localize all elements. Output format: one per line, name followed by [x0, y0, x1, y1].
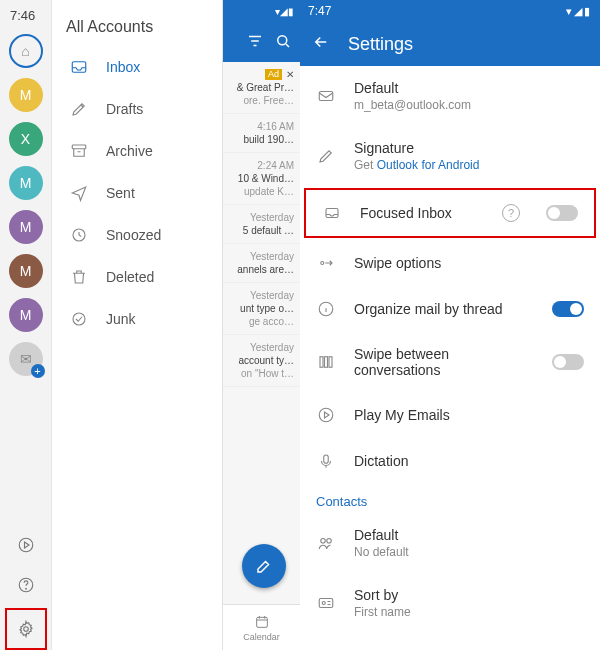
help-icon[interactable]: ?	[502, 204, 520, 222]
link[interactable]: Outlook for Android	[377, 158, 480, 172]
avatar-acct-green[interactable]: X	[9, 122, 43, 156]
setting-mic[interactable]: Dictation	[300, 438, 600, 484]
right-screenshot: 7:47 ▾◢▮ Settings Defaultm_beta@outlook.…	[300, 0, 600, 650]
page-title: Settings	[348, 34, 413, 55]
avatar-acct-yellow[interactable]: M	[9, 78, 43, 112]
setting-mail[interactable]: Defaultm_beta@outlook.com	[300, 66, 600, 126]
setting-pen[interactable]: SignatureGet Outlook for Android	[300, 126, 600, 186]
avatar-acct-purple[interactable]: M	[9, 210, 43, 244]
account-rail: 7:46 ⌂MXMMMM✉	[0, 0, 52, 650]
setting-title: Focused Inbox	[360, 205, 484, 221]
mail-peek-row[interactable]: 4:16 AMbuild 190…	[223, 114, 300, 153]
back-icon[interactable]	[312, 33, 330, 55]
nav-label: Junk	[106, 311, 136, 327]
svg-point-20	[321, 539, 326, 544]
mail-peek-row[interactable]: Yesterdayunt type o…ge acco…	[223, 283, 300, 335]
toggle[interactable]	[552, 354, 584, 370]
svg-rect-19	[324, 455, 329, 463]
focused-icon	[322, 204, 342, 222]
svg-point-9	[278, 36, 287, 45]
mail-peek-row[interactable]: 2:24 AM10 & Wind…update K…	[223, 153, 300, 205]
status-time: 7:46	[10, 8, 35, 23]
setting-title: Play My Emails	[354, 407, 584, 423]
deleted-icon	[66, 268, 92, 286]
setting-title: Default	[354, 527, 584, 543]
card-icon	[316, 594, 336, 612]
inbox-icon	[66, 58, 92, 76]
setting-focused[interactable]: Focused Inbox?	[306, 190, 594, 236]
mail-peek-row[interactable]: Yesterday5 default …	[223, 205, 300, 244]
ad-close-icon[interactable]: ✕	[286, 68, 294, 81]
pen-icon	[316, 147, 336, 165]
nav-label: Archive	[106, 143, 153, 159]
avatar-acct-brown[interactable]: M	[9, 254, 43, 288]
mail-peek-row[interactable]: Yesterdayaccount ty…on "How t…	[223, 335, 300, 387]
avatar-acct-teal[interactable]: M	[9, 166, 43, 200]
avatar-acct-purple2[interactable]: M	[9, 298, 43, 332]
compose-fab[interactable]	[242, 544, 286, 588]
nav-label: Inbox	[106, 59, 140, 75]
status-bar: 7:47 ▾◢▮	[300, 0, 600, 22]
svg-rect-11	[319, 92, 333, 101]
svg-point-2	[25, 588, 26, 589]
people-icon	[316, 534, 336, 552]
setting-title: Sort by	[354, 587, 584, 603]
mail-peek-row[interactable]: Yesterdayannels are…	[223, 244, 300, 283]
status-time: 7:47	[308, 4, 331, 18]
svg-rect-16	[325, 357, 328, 368]
toggle[interactable]	[546, 205, 578, 221]
avatar-home[interactable]: ⌂	[9, 34, 43, 68]
bottom-nav: Calendar	[223, 604, 300, 650]
setting-swipe[interactable]: Swipe options	[300, 240, 600, 286]
setting-card[interactable]: Sort byFirst name	[300, 573, 600, 633]
svg-rect-22	[319, 599, 333, 608]
svg-rect-15	[320, 357, 323, 368]
nav-label: Drafts	[106, 101, 143, 117]
play-icon[interactable]	[9, 528, 43, 562]
setting-people[interactable]: DefaultNo default	[300, 513, 600, 573]
junk-icon	[66, 310, 92, 328]
avatar-acct-add[interactable]: ✉	[9, 342, 43, 376]
focused-inbox-highlight: Focused Inbox?	[304, 188, 596, 238]
settings-highlight	[5, 608, 47, 650]
svg-rect-17	[329, 357, 332, 368]
snoozed-icon	[66, 226, 92, 244]
toggle[interactable]	[552, 301, 584, 317]
columns-icon	[316, 353, 336, 371]
nav-label: Snoozed	[106, 227, 161, 243]
setting-title: Dictation	[354, 453, 584, 469]
calendar-tab[interactable]: Calendar	[243, 614, 280, 642]
setting-info[interactable]: Organize mail by thread	[300, 286, 600, 332]
setting-title: Signature	[354, 140, 584, 156]
svg-rect-6	[72, 145, 86, 149]
setting-play[interactable]: Play My Emails	[300, 392, 600, 438]
mail-icon	[316, 87, 336, 105]
mic-icon	[316, 452, 336, 470]
setting-title: Swipe between conversations	[354, 346, 534, 378]
svg-point-21	[327, 539, 332, 544]
search-icon[interactable]	[274, 32, 292, 52]
nav-label: Sent	[106, 185, 135, 201]
gear-icon[interactable]	[9, 612, 43, 646]
svg-rect-10	[256, 617, 267, 627]
help-icon[interactable]	[9, 568, 43, 602]
svg-point-8	[73, 313, 85, 325]
archive-icon	[66, 142, 92, 160]
filter-icon[interactable]	[246, 32, 264, 52]
svg-rect-5	[72, 62, 86, 73]
ad-badge: Ad	[265, 69, 282, 81]
drawer-title: All Accounts	[66, 18, 153, 36]
play-icon	[316, 406, 336, 424]
inbox-peek: ▾◢▮ Ad✕ & Great Pr… ore. Free… 4:16 AMbu…	[222, 0, 300, 650]
setting-title: Swipe options	[354, 255, 584, 271]
svg-point-3	[23, 627, 28, 632]
sent-icon	[66, 184, 92, 202]
svg-point-18	[319, 408, 333, 422]
nav-label: Deleted	[106, 269, 154, 285]
swipe-icon	[316, 254, 336, 272]
setting-columns[interactable]: Swipe between conversations	[300, 332, 600, 392]
app-bar: Settings	[300, 22, 600, 66]
drafts-icon	[66, 100, 92, 118]
svg-point-13	[321, 262, 324, 265]
info-icon	[316, 300, 336, 318]
